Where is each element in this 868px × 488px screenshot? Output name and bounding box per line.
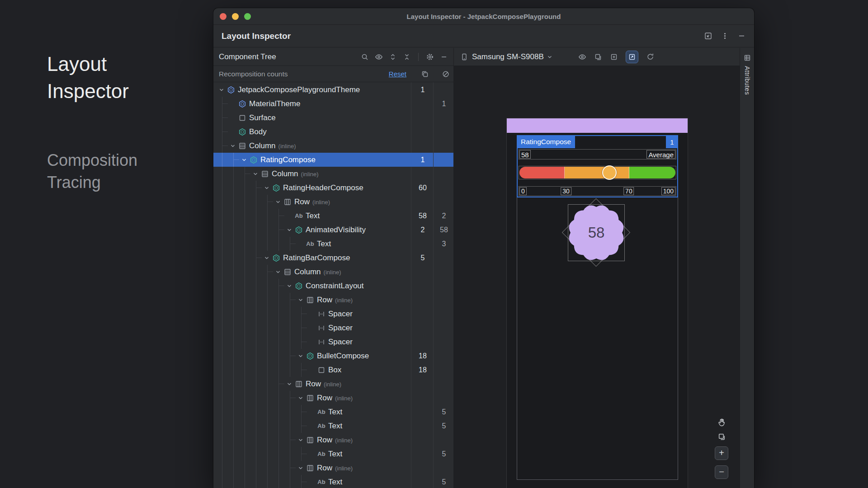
window-titlebar: Layout Inspector - JetpackComposePlaygro… <box>213 8 754 25</box>
tree-node-box[interactable]: Box18 <box>213 363 453 377</box>
tree-node-text[interactable]: AbText5 <box>213 447 453 461</box>
chevron-down-icon[interactable] <box>228 143 237 149</box>
reset-counts-link[interactable]: Reset <box>389 70 406 78</box>
layers-3d-icon[interactable] <box>594 53 602 61</box>
tree-node-ratingheadercompose[interactable]: RatingHeaderCompose60 <box>213 181 453 195</box>
inline-tag: (inline) <box>335 296 353 304</box>
tree-node-row[interactable]: Row(inline) <box>213 195 453 209</box>
zoom-window-button[interactable] <box>244 13 251 20</box>
tree-node-row[interactable]: Row(inline) <box>213 293 453 307</box>
minimize-window-button[interactable] <box>232 13 239 20</box>
rating-knob <box>602 165 617 180</box>
expand-all-icon[interactable] <box>389 53 397 61</box>
tree-node-body[interactable]: Body <box>213 125 453 139</box>
tree-node-constraintlayout[interactable]: ConstraintLayout <box>213 279 453 293</box>
zoom-controls: + − <box>714 418 729 479</box>
inline-tag: (inline) <box>312 198 330 206</box>
tree-node-animatedvisibility[interactable]: AnimatedVisibility258 <box>213 223 453 237</box>
collapse-all-icon[interactable] <box>403 53 411 61</box>
live-updates-toggle[interactable] <box>626 51 638 63</box>
tree-node-column[interactable]: Column(inline) <box>213 265 453 279</box>
chevron-down-icon[interactable] <box>262 255 271 261</box>
window-title: Layout Inspector - JetpackComposePlaygro… <box>213 13 754 20</box>
recomposition-count-badge: 1 <box>666 136 678 148</box>
chevron-down-icon[interactable] <box>217 87 226 93</box>
tree-node-column[interactable]: Column(inline) <box>213 167 453 181</box>
tree-node-label: RatingCompose <box>260 155 316 164</box>
attributes-panel-icon <box>744 54 751 61</box>
more-options-icon[interactable] <box>721 32 729 40</box>
hide-tool-window-icon[interactable] <box>737 32 746 40</box>
pan-hand-icon[interactable] <box>717 418 726 427</box>
hide-panel-icon[interactable] <box>440 53 448 61</box>
device-toolbar: Samsung SM-S908B <box>454 48 740 66</box>
chevron-down-icon[interactable] <box>296 297 305 303</box>
tree-node-jetpackcomposeplaygroundtheme[interactable]: JetpackComposePlaygroundTheme1 <box>213 83 453 97</box>
tree-node-ratingcompose[interactable]: RatingCompose1 <box>213 153 453 167</box>
chevron-down-icon[interactable] <box>296 395 305 401</box>
zoom-in-button[interactable]: + <box>715 446 728 460</box>
chevron-down-icon[interactable] <box>285 283 294 289</box>
tree-node-label: Row <box>317 394 332 403</box>
rating-bar-segment <box>565 167 629 178</box>
chevron-down-icon[interactable] <box>296 465 305 471</box>
chevron-down-icon[interactable] <box>262 185 271 191</box>
attributes-strip-label: Attributes <box>744 66 751 95</box>
reset-zoom-icon[interactable] <box>717 432 726 441</box>
tree-node-spacer[interactable]: Spacer <box>213 321 453 335</box>
device-statusbar <box>507 118 688 133</box>
refresh-icon[interactable] <box>646 52 655 61</box>
tree-node-column[interactable]: Column(inline) <box>213 139 453 153</box>
zoom-out-button[interactable]: − <box>715 465 728 479</box>
search-icon[interactable] <box>361 53 369 61</box>
tree-node-label: Text <box>306 211 320 221</box>
inline-tag: (inline) <box>301 170 319 178</box>
tree-node-bulletcompose[interactable]: BulletCompose18 <box>213 349 453 363</box>
inline-tag: (inline) <box>324 380 341 388</box>
chevron-down-icon[interactable] <box>285 381 294 387</box>
chevron-down-icon[interactable] <box>251 171 260 177</box>
component-tree-header: Component Tree <box>213 48 453 66</box>
tree-node-row[interactable]: Row(inline) <box>213 461 453 475</box>
row-icon <box>305 464 315 472</box>
divider <box>418 53 419 61</box>
tree-node-spacer[interactable]: Spacer <box>213 307 453 321</box>
tree-node-text[interactable]: AbText5 <box>213 475 453 488</box>
tree-node-row[interactable]: Row(inline) <box>213 391 453 405</box>
copy-counts-icon[interactable] <box>421 70 429 78</box>
tree-node-text[interactable]: AbText3 <box>213 237 453 251</box>
chevron-down-icon[interactable] <box>274 199 283 205</box>
close-window-button[interactable] <box>220 13 226 20</box>
visibility-icon[interactable] <box>375 53 383 61</box>
device-selector[interactable]: Samsung SM-S908B <box>460 52 552 61</box>
spacer-icon <box>316 324 326 332</box>
tree-node-text[interactable]: AbText5 <box>213 419 453 433</box>
tree-node-row[interactable]: Row(inline) <box>213 377 453 391</box>
dock-window-icon[interactable] <box>704 32 712 40</box>
chevron-down-icon[interactable] <box>296 437 305 443</box>
text-icon: Ab <box>305 240 315 247</box>
view-options-icon[interactable] <box>578 53 586 61</box>
rating-header-row: 58 Average <box>519 149 676 160</box>
chevron-down-icon[interactable] <box>296 353 305 359</box>
settings-gear-icon[interactable] <box>426 53 434 61</box>
skip-count: 2 <box>437 212 451 220</box>
chevron-down-icon[interactable] <box>240 157 249 163</box>
tree-node-text[interactable]: AbText5 <box>213 405 453 419</box>
tree-node-spacer[interactable]: Spacer <box>213 335 453 349</box>
clear-counts-icon[interactable] <box>442 70 450 78</box>
recomposition-counts-bar: Recomposition counts Reset <box>213 66 453 82</box>
tree-node-text[interactable]: AbText582 <box>213 209 453 223</box>
recomposition-count: 5 <box>415 254 431 262</box>
chevron-down-icon[interactable] <box>274 269 283 275</box>
attributes-strip[interactable]: Attributes <box>740 48 754 488</box>
tree-node-materialtheme[interactable]: MaterialTheme1 <box>213 97 453 111</box>
tree-node-row[interactable]: Row(inline) <box>213 433 453 447</box>
snapshot-icon[interactable] <box>610 53 618 61</box>
rating-bar-segment <box>519 167 565 178</box>
tree-node-ratingbarcompose[interactable]: RatingBarCompose5 <box>213 251 453 265</box>
chevron-down-icon[interactable] <box>285 227 294 233</box>
device-screen[interactable]: RatingCompose 1 58 Average 03070100 58 <box>506 118 688 488</box>
compose-icon <box>237 128 247 136</box>
tree-node-surface[interactable]: Surface <box>213 111 453 125</box>
